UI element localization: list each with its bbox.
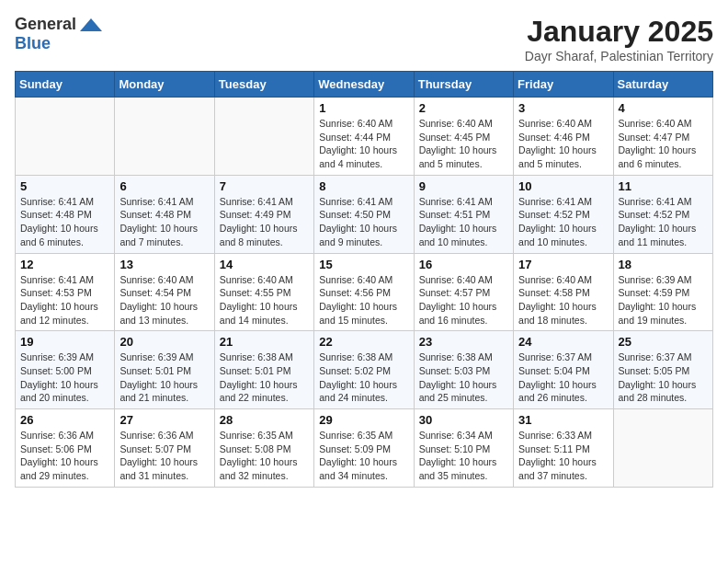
day-info: Sunrise: 6:38 AMSunset: 5:02 PMDaylight:… (319, 350, 408, 405)
day-info: Sunrise: 6:40 AMSunset: 4:47 PMDaylight:… (619, 117, 708, 171)
day-number: 26 (20, 413, 109, 427)
calendar-cell: 13Sunrise: 6:40 AMSunset: 4:54 PMDayligh… (115, 253, 214, 331)
calendar-cell: 18Sunrise: 6:39 AMSunset: 4:59 PMDayligh… (613, 253, 712, 331)
calendar-cell: 23Sunrise: 6:38 AMSunset: 5:03 PMDayligh… (414, 331, 513, 409)
calendar-cell: 11Sunrise: 6:41 AMSunset: 4:52 PMDayligh… (613, 175, 712, 253)
day-number: 8 (319, 179, 408, 193)
day-number: 22 (319, 335, 408, 349)
logo-text-blue: Blue (15, 34, 51, 52)
calendar-cell: 24Sunrise: 6:37 AMSunset: 5:04 PMDayligh… (514, 331, 613, 409)
day-info: Sunrise: 6:40 AMSunset: 4:55 PMDaylight:… (220, 273, 309, 327)
day-info: Sunrise: 6:38 AMSunset: 5:01 PMDaylight:… (220, 350, 309, 405)
day-number: 13 (119, 258, 209, 271)
calendar-week-row: 26Sunrise: 6:36 AMSunset: 5:06 PMDayligh… (16, 409, 713, 488)
day-number: 17 (518, 258, 608, 271)
day-number: 24 (518, 335, 608, 349)
calendar-cell: 26Sunrise: 6:36 AMSunset: 5:06 PMDayligh… (16, 409, 115, 488)
calendar-cell: 30Sunrise: 6:34 AMSunset: 5:10 PMDayligh… (414, 409, 513, 488)
day-number: 15 (319, 258, 408, 271)
calendar-cell: 17Sunrise: 6:40 AMSunset: 4:58 PMDayligh… (514, 253, 613, 331)
day-info: Sunrise: 6:40 AMSunset: 4:54 PMDaylight:… (119, 273, 209, 327)
day-number: 3 (518, 101, 608, 115)
weekday-header-row: SundayMondayTuesdayWednesdayThursdayFrid… (16, 72, 713, 98)
calendar-table: SundayMondayTuesdayWednesdayThursdayFrid… (15, 71, 713, 488)
day-info: Sunrise: 6:40 AMSunset: 4:46 PMDaylight:… (518, 117, 608, 171)
day-info: Sunrise: 6:40 AMSunset: 4:44 PMDaylight:… (319, 117, 408, 171)
calendar-cell: 21Sunrise: 6:38 AMSunset: 5:01 PMDayligh… (214, 331, 313, 409)
calendar-cell: 7Sunrise: 6:41 AMSunset: 4:49 PMDaylight… (214, 175, 313, 253)
calendar-cell: 3Sunrise: 6:40 AMSunset: 4:46 PMDaylight… (514, 98, 613, 176)
day-number: 29 (319, 413, 408, 427)
day-number: 14 (220, 258, 309, 271)
day-number: 23 (419, 335, 508, 349)
calendar-cell (613, 409, 712, 488)
calendar-cell: 4Sunrise: 6:40 AMSunset: 4:47 PMDaylight… (613, 98, 712, 176)
day-info: Sunrise: 6:41 AMSunset: 4:51 PMDaylight:… (419, 195, 508, 249)
weekday-header: Monday (115, 72, 214, 98)
calendar-cell: 2Sunrise: 6:40 AMSunset: 4:45 PMDaylight… (414, 98, 513, 176)
day-number: 10 (518, 179, 608, 193)
day-info: Sunrise: 6:36 AMSunset: 5:06 PMDaylight:… (20, 429, 109, 483)
weekday-header: Tuesday (214, 72, 313, 98)
day-info: Sunrise: 6:41 AMSunset: 4:48 PMDaylight:… (20, 195, 109, 249)
page-header: General Blue January 2025 Dayr Sharaf, P… (15, 15, 713, 63)
day-info: Sunrise: 6:39 AMSunset: 5:00 PMDaylight:… (20, 350, 109, 405)
day-number: 6 (119, 179, 209, 193)
logo: General Blue (15, 15, 104, 53)
calendar-cell: 27Sunrise: 6:36 AMSunset: 5:07 PMDayligh… (115, 409, 214, 488)
location-subtitle: Dayr Sharaf, Palestinian Territory (525, 49, 713, 63)
svg-marker-0 (80, 18, 102, 31)
month-title: January 2025 (525, 15, 713, 49)
day-info: Sunrise: 6:40 AMSunset: 4:56 PMDaylight:… (319, 273, 408, 327)
day-number: 4 (619, 101, 708, 115)
calendar-cell: 5Sunrise: 6:41 AMSunset: 4:48 PMDaylight… (16, 175, 115, 253)
day-info: Sunrise: 6:39 AMSunset: 5:01 PMDaylight:… (119, 350, 209, 405)
logo-text-general: General (15, 15, 76, 34)
calendar-cell: 8Sunrise: 6:41 AMSunset: 4:50 PMDaylight… (314, 175, 414, 253)
calendar-cell: 25Sunrise: 6:37 AMSunset: 5:05 PMDayligh… (613, 331, 712, 409)
day-info: Sunrise: 6:39 AMSunset: 4:59 PMDaylight:… (619, 273, 708, 327)
calendar-cell: 20Sunrise: 6:39 AMSunset: 5:01 PMDayligh… (115, 331, 214, 409)
day-number: 30 (419, 413, 508, 427)
weekday-header: Wednesday (314, 72, 414, 98)
weekday-header: Thursday (414, 72, 513, 98)
day-number: 11 (619, 179, 708, 193)
day-info: Sunrise: 6:35 AMSunset: 5:09 PMDaylight:… (319, 429, 408, 483)
calendar-cell: 22Sunrise: 6:38 AMSunset: 5:02 PMDayligh… (314, 331, 414, 409)
calendar-cell: 28Sunrise: 6:35 AMSunset: 5:08 PMDayligh… (214, 409, 313, 488)
day-number: 2 (419, 101, 508, 115)
day-info: Sunrise: 6:38 AMSunset: 5:03 PMDaylight:… (419, 350, 508, 405)
day-number: 16 (419, 258, 508, 271)
calendar-cell: 12Sunrise: 6:41 AMSunset: 4:53 PMDayligh… (16, 253, 115, 331)
day-number: 28 (220, 413, 309, 427)
day-info: Sunrise: 6:41 AMSunset: 4:50 PMDaylight:… (319, 195, 408, 249)
calendar-week-row: 5Sunrise: 6:41 AMSunset: 4:48 PMDaylight… (16, 175, 713, 253)
calendar-week-row: 19Sunrise: 6:39 AMSunset: 5:00 PMDayligh… (16, 331, 713, 409)
calendar-cell (214, 98, 313, 176)
day-info: Sunrise: 6:41 AMSunset: 4:49 PMDaylight:… (220, 195, 309, 249)
calendar-cell: 6Sunrise: 6:41 AMSunset: 4:48 PMDaylight… (115, 175, 214, 253)
day-info: Sunrise: 6:37 AMSunset: 5:04 PMDaylight:… (518, 350, 608, 405)
calendar-cell (115, 98, 214, 176)
day-info: Sunrise: 6:40 AMSunset: 4:57 PMDaylight:… (419, 273, 508, 327)
calendar-cell: 19Sunrise: 6:39 AMSunset: 5:00 PMDayligh… (16, 331, 115, 409)
day-number: 5 (20, 179, 109, 193)
day-info: Sunrise: 6:41 AMSunset: 4:53 PMDaylight:… (20, 273, 109, 327)
day-info: Sunrise: 6:41 AMSunset: 4:52 PMDaylight:… (518, 195, 608, 249)
day-number: 1 (319, 101, 408, 115)
day-info: Sunrise: 6:34 AMSunset: 5:10 PMDaylight:… (419, 429, 508, 483)
calendar-cell (16, 98, 115, 176)
day-number: 19 (20, 335, 109, 349)
title-block: January 2025 Dayr Sharaf, Palestinian Te… (525, 15, 713, 63)
day-info: Sunrise: 6:41 AMSunset: 4:52 PMDaylight:… (619, 195, 708, 249)
day-info: Sunrise: 6:35 AMSunset: 5:08 PMDaylight:… (220, 429, 309, 483)
calendar-cell: 14Sunrise: 6:40 AMSunset: 4:55 PMDayligh… (214, 253, 313, 331)
day-number: 21 (220, 335, 309, 349)
day-number: 12 (20, 258, 109, 271)
calendar-cell: 16Sunrise: 6:40 AMSunset: 4:57 PMDayligh… (414, 253, 513, 331)
day-number: 27 (119, 413, 209, 427)
calendar-cell: 10Sunrise: 6:41 AMSunset: 4:52 PMDayligh… (514, 175, 613, 253)
calendar-cell: 15Sunrise: 6:40 AMSunset: 4:56 PMDayligh… (314, 253, 414, 331)
day-info: Sunrise: 6:33 AMSunset: 5:11 PMDaylight:… (518, 429, 608, 483)
logo-icon (78, 17, 104, 33)
